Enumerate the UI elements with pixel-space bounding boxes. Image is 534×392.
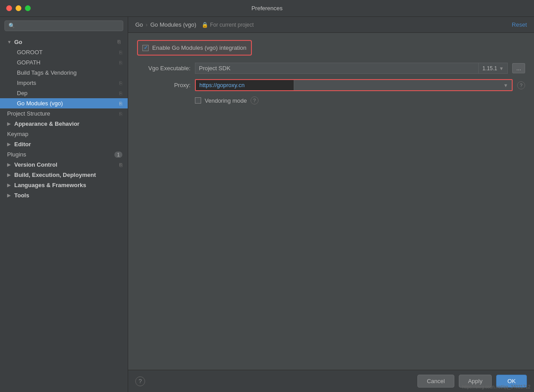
proxy-container: ▼ xyxy=(195,79,513,91)
sidebar-item-label: Build Tags & Vendoring xyxy=(17,69,77,76)
sidebar-item-label: Tools xyxy=(14,192,29,199)
sidebar-item-go[interactable]: ▼ Go ⎘ xyxy=(0,36,128,47)
breadcrumb-separator: › xyxy=(146,21,147,28)
proxy-dropdown[interactable]: ▼ xyxy=(294,80,512,90)
lock-icon: 🔒 xyxy=(202,22,208,28)
sidebar-item-label: Keymap xyxy=(7,131,28,137)
nav-tree: ▼ Go ⎘ GOROOT ⎘ GOPATH ⎘ Build Tags & Ve… xyxy=(0,35,128,392)
close-button[interactable] xyxy=(6,5,12,11)
copy-icon-project-structure: ⎘ xyxy=(119,111,122,116)
breadcrumb-current: Go Modules (vgo) xyxy=(150,21,196,28)
sidebar-item-label: Go xyxy=(14,39,22,45)
sidebar-item-label: Imports xyxy=(17,80,36,86)
vendoring-help-icon[interactable]: ? xyxy=(251,96,259,104)
breadcrumb-root: Go xyxy=(135,21,143,28)
sidebar-item-label: Plugins xyxy=(7,151,26,158)
sidebar-item-plugins[interactable]: Plugins 1 xyxy=(0,149,128,160)
vendoring-checkbox[interactable] xyxy=(195,97,201,104)
plugins-badge: 1 xyxy=(114,152,122,158)
expand-arrow-tools: ▶ xyxy=(7,193,13,198)
sdk-version-dropdown[interactable]: 1.15.1 ▼ xyxy=(478,63,507,73)
sdk-version: 1.15.1 xyxy=(482,65,497,72)
titlebar: Preferences xyxy=(0,0,534,17)
sidebar-item-languages[interactable]: ▶ Languages & Frameworks xyxy=(0,180,128,190)
vgo-executable-label: Vgo Executable: xyxy=(137,65,190,72)
chevron-down-icon: ▼ xyxy=(499,66,504,71)
copy-icon-go-modules: ⎘ xyxy=(119,101,122,106)
sidebar-item-gopath[interactable]: GOPATH ⎘ xyxy=(0,57,128,68)
expand-arrow-languages: ▶ xyxy=(7,183,13,188)
sidebar-item-go-modules[interactable]: Go Modules (vgo) ⎘ xyxy=(0,98,128,108)
chevron-down-icon: ▼ xyxy=(503,83,508,88)
window-controls xyxy=(6,5,31,11)
reset-button[interactable]: Reset xyxy=(512,21,527,28)
expand-arrow-appearance: ▶ xyxy=(7,121,13,126)
expand-arrow-go: ▼ xyxy=(7,40,13,44)
proxy-input[interactable] xyxy=(196,80,294,90)
minimize-button[interactable] xyxy=(16,5,21,11)
copy-icon-imports: ⎘ xyxy=(119,80,122,86)
copy-icon-goroot: ⎘ xyxy=(119,50,122,55)
sidebar-item-label: Languages & Frameworks xyxy=(14,182,86,188)
content-area: Go › Go Modules (vgo) 🔒 For current proj… xyxy=(128,17,534,392)
sidebar: 🔍 ▼ Go ⎘ GOROOT ⎘ GOPATH ⎘ Build Tags xyxy=(0,17,128,392)
expand-arrow-vc: ▶ xyxy=(7,162,13,167)
sidebar-item-dep[interactable]: Dep ⎘ xyxy=(0,88,128,98)
window-title: Preferences xyxy=(251,5,283,12)
enable-modules-label: Enable Go Modules (vgo) integration xyxy=(152,44,247,51)
sidebar-item-label: Build, Execution, Deployment xyxy=(14,172,96,178)
sidebar-item-label: GOROOT xyxy=(17,49,43,56)
sidebar-item-tools[interactable]: ▶ Tools xyxy=(0,190,128,200)
sidebar-item-keymap[interactable]: Keymap xyxy=(0,129,128,139)
expand-arrow-editor: ▶ xyxy=(7,142,13,147)
vendoring-label: Vendoring mode xyxy=(205,97,247,104)
cancel-button[interactable]: Cancel xyxy=(417,375,454,388)
enable-modules-row: Enable Go Modules (vgo) integration xyxy=(137,40,252,56)
enable-modules-checkbox[interactable] xyxy=(142,45,149,51)
maximize-button[interactable] xyxy=(25,5,31,11)
sidebar-item-label: Go Modules (vgo) xyxy=(17,100,63,107)
search-icon: 🔍 xyxy=(8,23,15,29)
sidebar-item-appearance[interactable]: ▶ Appearance & Behavior xyxy=(0,119,128,129)
sidebar-item-build[interactable]: ▶ Build, Execution, Deployment xyxy=(0,170,128,180)
copy-icon-dep: ⎘ xyxy=(119,91,122,96)
search-input[interactable] xyxy=(18,23,119,29)
vgo-sdk-selector[interactable]: Project SDK 1.15.1 ▼ xyxy=(195,63,508,74)
sidebar-item-build-tags[interactable]: Build Tags & Vendoring xyxy=(0,68,128,78)
copy-icon-gopath: ⎘ xyxy=(119,60,122,65)
sidebar-item-label: GOPATH xyxy=(17,59,40,66)
content-header: Go › Go Modules (vgo) 🔒 For current proj… xyxy=(128,17,534,33)
for-project-label: 🔒 For current project xyxy=(202,22,254,28)
proxy-row: Proxy: ▼ ? xyxy=(137,79,525,91)
proxy-help-icon[interactable]: ? xyxy=(517,81,525,89)
vgo-executable-row: Vgo Executable: Project SDK 1.15.1 ▼ ... xyxy=(137,63,525,74)
sidebar-item-label: Editor xyxy=(14,141,31,148)
search-box[interactable]: 🔍 xyxy=(4,20,123,31)
bottom-left: ? xyxy=(135,376,145,386)
proxy-label: Proxy: xyxy=(137,82,190,88)
sidebar-item-label: Project Structure xyxy=(7,110,50,117)
sdk-value: Project SDK xyxy=(195,63,478,73)
sidebar-item-label: Version Control xyxy=(14,161,57,168)
vendoring-row: Vendoring mode ? xyxy=(195,96,525,104)
sidebar-item-editor[interactable]: ▶ Editor xyxy=(0,139,128,149)
vgo-ellipsis-button[interactable]: ... xyxy=(512,63,525,73)
copy-icon-go: ⎘ xyxy=(115,38,122,45)
copy-icon-vc: ⎘ xyxy=(119,162,122,168)
sidebar-item-version-control[interactable]: ▶ Version Control ⎘ xyxy=(0,160,128,170)
main-layout: 🔍 ▼ Go ⎘ GOROOT ⎘ GOPATH ⎘ Build Tags xyxy=(0,17,534,392)
sidebar-item-goroot[interactable]: GOROOT ⎘ xyxy=(0,47,128,57)
breadcrumb: Go › Go Modules (vgo) xyxy=(135,21,196,28)
sidebar-item-imports[interactable]: Imports ⎘ xyxy=(0,78,128,88)
watermark: https://blog.csdn.net/qq_34021712 xyxy=(462,384,530,389)
sidebar-item-label: Dep xyxy=(17,90,28,96)
sidebar-item-project-structure[interactable]: Project Structure ⎘ xyxy=(0,108,128,119)
help-button[interactable]: ? xyxy=(135,376,145,386)
sidebar-item-label: Appearance & Behavior xyxy=(14,120,80,127)
expand-arrow-build: ▶ xyxy=(7,172,13,177)
content-body: Enable Go Modules (vgo) integration Vgo … xyxy=(128,33,534,370)
